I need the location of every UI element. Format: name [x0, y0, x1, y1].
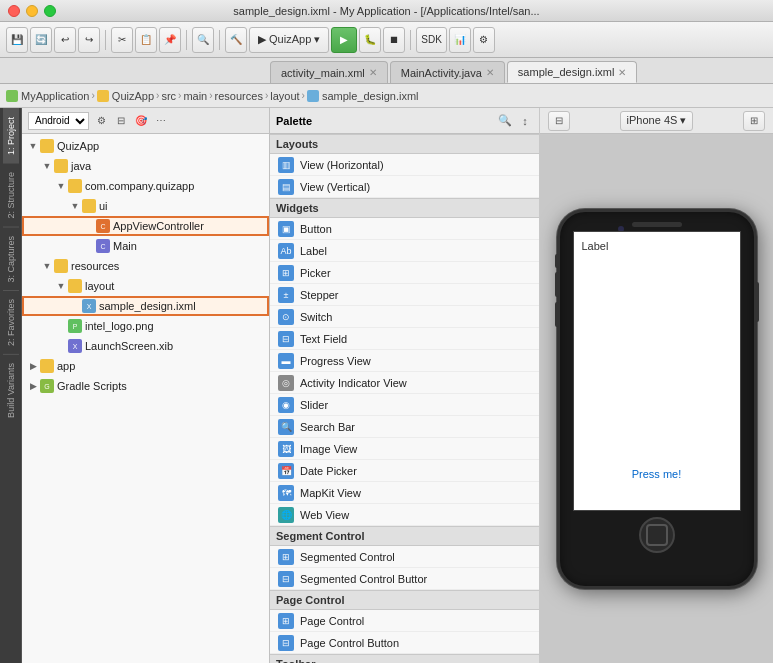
palette-datepicker[interactable]: 📅 Date Picker: [270, 460, 539, 482]
search-btn[interactable]: 🔍: [192, 27, 214, 53]
tab-sample-design[interactable]: sample_design.ixml ✕: [507, 61, 638, 83]
folder-icon: [68, 279, 82, 293]
sep4: [410, 30, 411, 50]
palette-slider[interactable]: ◉ Slider: [270, 394, 539, 416]
folder-icon: [40, 139, 54, 153]
screen-label: Label: [582, 240, 609, 252]
breadcrumb: MyApplication › QuizApp › src › main › r…: [0, 84, 773, 108]
close-tab-sample[interactable]: ✕: [618, 67, 626, 78]
tab-favorites[interactable]: 2: Favorites: [3, 290, 19, 354]
zoom-btn[interactable]: ⊞: [743, 111, 765, 131]
bc-file[interactable]: sample_design.ixml: [307, 90, 419, 102]
palette-progress[interactable]: ▬ Progress View: [270, 350, 539, 372]
project-panel: Android ⚙ ⊟ 🎯 ⋯ QuizApp java: [22, 108, 270, 663]
scroll-to-btn[interactable]: 🎯: [133, 113, 149, 129]
palette-webview[interactable]: 🌐 Web View: [270, 504, 539, 526]
profile-btn[interactable]: 📊: [449, 27, 471, 53]
palette-label[interactable]: Ab Label: [270, 240, 539, 262]
palette-mapkit[interactable]: 🗺 MapKit View: [270, 482, 539, 504]
collapse-all-btn[interactable]: ⊟: [113, 113, 129, 129]
project-dropdown[interactable]: Android: [28, 112, 89, 130]
palette-segmented-btn[interactable]: ⊟ Segmented Control Buttor: [270, 568, 539, 590]
palette-list: Layouts ▥ View (Horizontal) ▤ View (Vert…: [270, 134, 539, 663]
quizapp-selector[interactable]: ▶ QuizApp ▾: [249, 27, 329, 53]
sdk-btn[interactable]: SDK: [416, 27, 447, 53]
traffic-lights: [8, 5, 56, 17]
tab-build-variants[interactable]: Build Variants: [3, 354, 19, 426]
close-button[interactable]: [8, 5, 20, 17]
orient-btn[interactable]: ⊟: [548, 111, 570, 131]
iphone-screen[interactable]: Label Press me!: [573, 231, 741, 511]
palette-search-btn[interactable]: 🔍: [497, 113, 513, 129]
palette-view-h[interactable]: ▥ View (Horizontal): [270, 154, 539, 176]
build-btn[interactable]: 🔨: [225, 27, 247, 53]
sync-btn[interactable]: 🔄: [30, 27, 52, 53]
save-btn[interactable]: 💾: [6, 27, 28, 53]
palette-picker[interactable]: ⊞ Picker: [270, 262, 539, 284]
view-v-icon: ▤: [278, 179, 294, 195]
palette-activity[interactable]: ◎ Activity Indicator View: [270, 372, 539, 394]
home-button[interactable]: [639, 517, 675, 553]
tab-captures[interactable]: 3: Captures: [3, 227, 19, 291]
palette-searchbar[interactable]: 🔍 Search Bar: [270, 416, 539, 438]
titlebar: sample_design.ixml - My Application - [/…: [0, 0, 773, 22]
folder-icon: [40, 359, 54, 373]
close-tab-main[interactable]: ✕: [486, 67, 494, 78]
section-toolbar: Toolbar: [270, 654, 539, 663]
stop-btn[interactable]: ⏹: [383, 27, 405, 53]
tree-intel-logo[interactable]: P intel_logo.png: [22, 316, 269, 336]
tree-resources[interactable]: resources: [22, 256, 269, 276]
bc-src[interactable]: src: [161, 90, 176, 102]
settings-btn[interactable]: ⚙: [473, 27, 495, 53]
palette-title: Palette: [276, 115, 312, 127]
tab-project[interactable]: 1: Project: [3, 108, 19, 163]
bc-resources[interactable]: resources: [215, 90, 263, 102]
maximize-button[interactable]: [44, 5, 56, 17]
segmented-btn-icon: ⊟: [278, 571, 294, 587]
press-me-button[interactable]: Press me!: [632, 468, 682, 480]
tree-gradle[interactable]: G Gradle Scripts: [22, 376, 269, 396]
layout-arrow: [54, 281, 68, 291]
device-selector[interactable]: iPhone 4S ▾: [620, 111, 694, 131]
palette-stepper[interactable]: ± Stepper: [270, 284, 539, 306]
tree-launchscreen[interactable]: X LaunchScreen.xib: [22, 336, 269, 356]
tree-appviewcontroller[interactable]: C AppViewController: [22, 216, 269, 236]
close-tab-activity[interactable]: ✕: [369, 67, 377, 78]
palette-switch[interactable]: ⊙ Switch: [270, 306, 539, 328]
palette-button[interactable]: ▣ Button: [270, 218, 539, 240]
bc-layout[interactable]: layout: [270, 90, 299, 102]
paste-btn[interactable]: 📌: [159, 27, 181, 53]
tab-activity-main[interactable]: activity_main.xml ✕: [270, 61, 388, 83]
tree-layout[interactable]: layout: [22, 276, 269, 296]
tree-ui[interactable]: ui: [22, 196, 269, 216]
slider-icon: ◉: [278, 397, 294, 413]
bc-main[interactable]: main: [183, 90, 207, 102]
bc-quizapp[interactable]: QuizApp: [97, 90, 154, 102]
palette-pagecontrol[interactable]: ⊞ Page Control: [270, 610, 539, 632]
minimize-button[interactable]: [26, 5, 38, 17]
cut-btn[interactable]: ✂: [111, 27, 133, 53]
palette-pagecontrol-btn[interactable]: ⊟ Page Control Button: [270, 632, 539, 654]
run-btn[interactable]: ▶: [331, 27, 357, 53]
tree-package[interactable]: com.company.quizapp: [22, 176, 269, 196]
tree-sample-design[interactable]: X sample_design.ixml: [22, 296, 269, 316]
palette-segmented[interactable]: ⊞ Segmented Control: [270, 546, 539, 568]
copy-btn[interactable]: 📋: [135, 27, 157, 53]
tree-java[interactable]: java: [22, 156, 269, 176]
redo-btn[interactable]: ↪: [78, 27, 100, 53]
tree-quizapp[interactable]: QuizApp: [22, 136, 269, 156]
tab-structure[interactable]: 2: Structure: [3, 163, 19, 227]
debug-btn[interactable]: 🐛: [359, 27, 381, 53]
palette-textfield[interactable]: ⊟ Text Field: [270, 328, 539, 350]
palette-view-v[interactable]: ▤ View (Vertical): [270, 176, 539, 198]
palette-sort-btn[interactable]: ↕: [517, 113, 533, 129]
sync-project-btn[interactable]: ⚙: [93, 113, 109, 129]
tree-main[interactable]: C Main: [22, 236, 269, 256]
tab-mainactivity[interactable]: MainActivity.java ✕: [390, 61, 505, 83]
bc-myapp[interactable]: MyApplication: [6, 90, 89, 102]
more-btn[interactable]: ⋯: [153, 113, 169, 129]
palette-imageview[interactable]: 🖼 Image View: [270, 438, 539, 460]
tree-app[interactable]: app: [22, 356, 269, 376]
undo-btn[interactable]: ↩: [54, 27, 76, 53]
editor-tabs: activity_main.xml ✕ MainActivity.java ✕ …: [0, 58, 773, 84]
